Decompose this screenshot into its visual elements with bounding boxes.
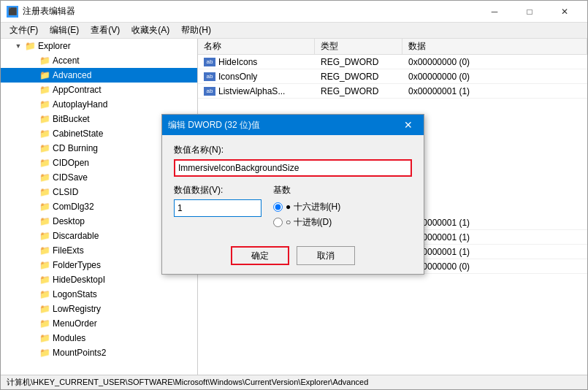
hex-radio-option[interactable]: ● 十六进制(H) xyxy=(273,201,412,213)
hex-label: ● 十六进制(H) xyxy=(286,201,340,213)
base-group: 基数 ● 十六进制(H) ○ 十进制(D) xyxy=(273,184,412,232)
dec-radio[interactable] xyxy=(273,218,283,227)
value-data-group: 数值数据(V): xyxy=(174,184,261,217)
ok-button[interactable]: 确定 xyxy=(231,246,289,265)
value-data-label: 数值数据(V): xyxy=(174,184,261,196)
value-name-input[interactable] xyxy=(174,159,412,177)
dialog-overlay: 编辑 DWORD (32 位)值 ✕ 数值名称(N): 数值数据(V): xyxy=(1,1,587,389)
dialog-footer: 确定 取消 xyxy=(162,240,424,274)
dialog-body: 数值名称(N): 数值数据(V): 基数 ● 十六进制(H) xyxy=(162,135,424,240)
value-name-group: 数值名称(N): xyxy=(174,144,412,177)
dialog-title-bar: 编辑 DWORD (32 位)值 ✕ xyxy=(162,115,424,135)
data-row: 数值数据(V): 基数 ● 十六进制(H) ○ 十进制(D) xyxy=(174,184,412,232)
dword-dialog: 编辑 DWORD (32 位)值 ✕ 数值名称(N): 数值数据(V): xyxy=(161,114,424,275)
value-data-input[interactable] xyxy=(174,199,261,217)
registry-editor-window: ⬛ 注册表编辑器 ─ □ ✕ 文件(F) 编辑(E) 查看(V) 收藏夹(A) … xyxy=(0,0,588,390)
dialog-title: 编辑 DWORD (32 位)值 xyxy=(168,119,399,131)
dec-radio-option[interactable]: ○ 十进制(D) xyxy=(273,216,412,229)
hex-radio[interactable] xyxy=(273,202,283,212)
value-name-label: 数值名称(N): xyxy=(174,144,412,156)
dec-label: ○ 十进制(D) xyxy=(286,216,332,229)
dialog-close-button[interactable]: ✕ xyxy=(399,115,418,134)
cancel-button[interactable]: 取消 xyxy=(297,246,355,265)
base-label: 基数 xyxy=(273,184,412,196)
